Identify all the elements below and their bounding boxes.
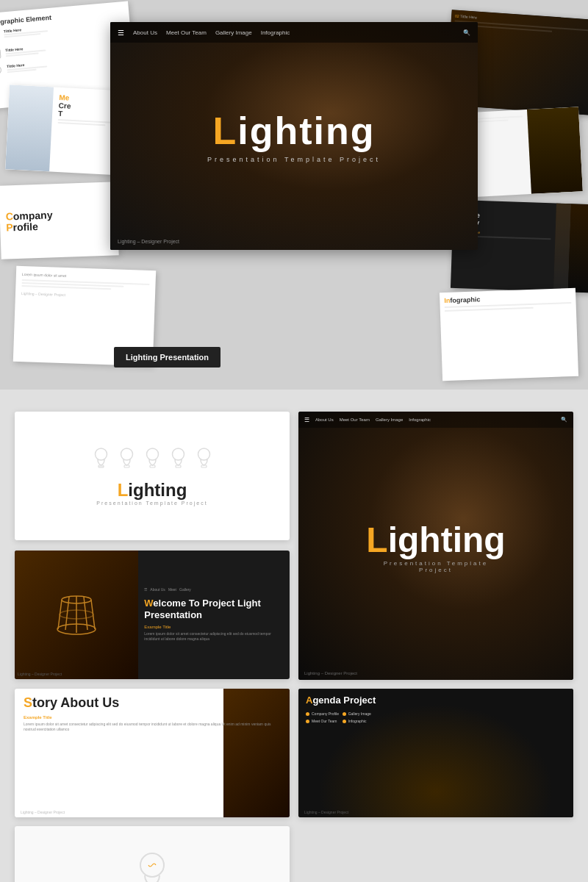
lighting-title: Lighting <box>118 480 187 501</box>
company-bulb-icon <box>134 849 171 882</box>
dark-big-title: Lighting <box>366 519 505 559</box>
main-center-slide: ☰ About Us Meet Our Team Gallery Image I… <box>110 22 478 250</box>
slide-infographic-right: Infographic <box>440 288 578 381</box>
story-footer: Lighting – Designer Project <box>21 810 65 814</box>
dark-nav-about: About Us <box>315 417 334 422</box>
story-lorem: Lorem ipsum dolor sit amet consectetur a… <box>24 722 281 732</box>
story-example: Example Title <box>24 715 281 720</box>
svg-point-12 <box>172 448 184 460</box>
dot-icon <box>343 712 346 716</box>
main-slide-navbar: ☰ About Us Meet Our Team Gallery Image I… <box>110 22 478 43</box>
agenda-item-4: Infographic <box>343 719 376 723</box>
svg-point-14 <box>198 448 209 460</box>
top-collage: Infographic Element Tittle Here Tittle H… <box>0 0 588 390</box>
svg-point-4 <box>0 66 1 74</box>
menu-icon: ☰ <box>118 29 124 37</box>
dark-nav-infographic: Infographic <box>409 417 431 422</box>
agenda-title: Agenda Project <box>306 695 376 706</box>
dark-subtitle: Presentation Template Project <box>366 559 505 573</box>
svg-point-5 <box>95 448 107 460</box>
story-title: Story About Us <box>24 696 281 711</box>
slide-main-dark[interactable]: ☰ About Us Meet Our Team Gallery Image I… <box>298 412 573 680</box>
main-slide-content: Lighting Presentation Template Project <box>207 109 381 163</box>
dot-icon <box>306 712 309 716</box>
presentation-label: Lighting Presentation <box>114 347 220 368</box>
bulb-icon-1 <box>92 446 110 471</box>
slide-welcome[interactable]: ☰ About Us Meet Gallery Welcome To Proje… <box>15 551 290 679</box>
slide-grid: Lighting Presentation Template Project ☰… <box>15 412 573 882</box>
dot-icon <box>343 720 346 723</box>
dark-search-icon: 🔍 <box>561 417 567 423</box>
bulb-icon-3 <box>143 446 162 471</box>
nav-about: About Us <box>133 29 157 36</box>
slide-company-profile[interactable]: Company Profile Example Title Lorem ipsu… <box>15 826 290 882</box>
svg-rect-3 <box>0 49 1 59</box>
main-slide-footer: Lighting – Designer Project <box>118 239 179 244</box>
welcome-footer: Lighting – Designer Project <box>18 672 62 676</box>
agenda-item-1: Company Profile <box>306 711 340 716</box>
nav-gallery: Gallery Image <box>215 29 252 36</box>
dark-nav-team: Meet Our Team <box>340 417 370 422</box>
welcome-example: Example Title <box>144 625 284 629</box>
story-content: Story About Us Example Title Lorem ipsum… <box>15 689 290 739</box>
search-icon: 🔍 <box>463 29 470 36</box>
welcome-lorem: Lorem ipsum dolor sit amet consectetur a… <box>144 631 284 642</box>
dark-footer: Lighting – Designer Project <box>304 671 357 675</box>
dark-center-content: Lighting Presentation Template Project <box>366 519 505 573</box>
lighting-subtitle: Presentation Template Project <box>96 501 207 506</box>
agenda-content: Agenda Project Company Profile Gallery I… <box>298 689 383 729</box>
agenda-item-3: Meet Our Team <box>306 719 340 723</box>
bulbs-row <box>92 446 213 471</box>
svg-point-10 <box>146 448 158 460</box>
svg-rect-9 <box>124 465 129 467</box>
bulb-icon-4 <box>169 446 187 471</box>
agenda-item-2: Gallery Image <box>343 711 376 716</box>
welcome-image-left <box>15 551 138 679</box>
bulb-icon-5 <box>195 446 213 471</box>
slide-story[interactable]: Story About Us Example Title Lorem ipsum… <box>15 689 290 817</box>
svg-rect-13 <box>176 465 181 467</box>
agenda-footer: Lighting – Designer Project <box>304 810 348 814</box>
nav-team: Meet Our Team <box>166 29 207 36</box>
dot-icon <box>306 720 309 723</box>
main-slide-title: Lighting <box>207 109 381 153</box>
main-slide-subtitle: Presentation Template Project <box>207 156 381 163</box>
svg-rect-15 <box>201 465 207 467</box>
svg-point-8 <box>121 448 132 460</box>
slide-lighting-white[interactable]: Lighting Presentation Template Project <box>15 412 290 540</box>
lamp-cage-icon <box>54 589 98 640</box>
bulb-icon-2 <box>118 446 136 471</box>
dark-navbar: ☰ About Us Meet Our Team Gallery Image I… <box>298 412 573 428</box>
slide-agenda[interactable]: Agenda Project Company Profile Gallery I… <box>298 689 573 817</box>
dark-nav-gallery: Gallery Image <box>376 417 403 422</box>
middle-section: Lighting Presentation Template Project ☰… <box>0 390 588 882</box>
dark-menu-icon: ☰ <box>304 417 309 423</box>
agenda-items: Company Profile Gallery Image Meet Our T… <box>306 711 376 723</box>
welcome-title: Welcome To Project Light Presentation <box>144 598 284 620</box>
welcome-text-right: ☰ About Us Meet Gallery Welcome To Proje… <box>138 551 290 679</box>
slide-company-profile-left: Company Profile <box>0 182 119 259</box>
nav-infographic: Infographic <box>261 29 290 36</box>
svg-rect-11 <box>150 465 155 467</box>
welcome-small-nav: ☰ About Us Meet Gallery <box>144 587 284 592</box>
